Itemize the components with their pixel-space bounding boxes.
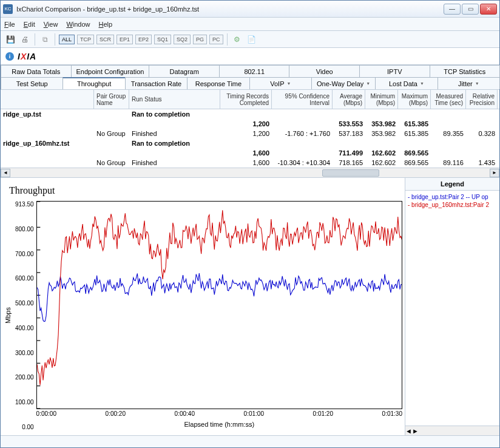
tab-test-setup[interactable]: Test Setup bbox=[1, 77, 63, 89]
filter-scr[interactable]: SCR bbox=[96, 35, 114, 44]
legend-panel: Legend - bridge_up.tst:Pair 2 -- UP op- … bbox=[405, 178, 499, 435]
close-button[interactable]: ✕ bbox=[480, 4, 497, 15]
minimize-button[interactable]: — bbox=[444, 4, 461, 15]
legend-item[interactable]: - bridge_up_160mhz.tst:Pair 2 bbox=[408, 201, 497, 209]
table-row[interactable]: 1,200533.553353.982615.385 bbox=[1, 119, 499, 129]
window-title: IxChariot Comparison - bridge_up.tst + b… bbox=[16, 5, 444, 13]
legend-body: - bridge_up.tst:Pair 2 -- UP op- bridge_… bbox=[405, 191, 499, 426]
menu-view[interactable]: View bbox=[44, 21, 58, 28]
tab-raw-data-totals[interactable]: Raw Data Totals bbox=[1, 65, 72, 77]
legend-scroll-right-icon[interactable]: ► bbox=[412, 427, 419, 435]
col-timing[interactable]: Timing Records Completed bbox=[220, 90, 272, 109]
tab-iptv[interactable]: IPTV bbox=[359, 65, 430, 77]
xtick: 0:01:00 bbox=[244, 410, 264, 417]
xtick: 0:00:00 bbox=[36, 410, 56, 417]
tab-datagram[interactable]: Datagram bbox=[149, 65, 220, 77]
scroll-left-icon[interactable]: ◄ bbox=[1, 169, 10, 177]
legend-item[interactable]: - bridge_up.tst:Pair 2 -- UP op bbox=[408, 193, 497, 201]
filter-tcp[interactable]: TCP bbox=[77, 35, 94, 44]
filter-sq2[interactable]: SQ2 bbox=[174, 35, 191, 44]
table-row[interactable]: 1,600711.499162.602869.565 bbox=[1, 148, 499, 158]
tab-endpoint-configuration[interactable]: Endpoint Configuration bbox=[71, 65, 150, 77]
ytick: 300.00 bbox=[15, 350, 34, 356]
menubar: File Edit View Window Help bbox=[1, 18, 499, 31]
tab-one-way-delay[interactable]: One-Way Delay▼ bbox=[311, 77, 376, 89]
tab-throughput[interactable]: Throughput bbox=[62, 77, 125, 89]
chart-panel: Throughput Mbps 913.50800.00700.00600.00… bbox=[1, 178, 405, 435]
table-row[interactable]: ridge_up.tstRan to completion bbox=[1, 109, 499, 119]
ytick: 200.00 bbox=[15, 374, 34, 381]
col-ci[interactable]: 95% Confidence Interval bbox=[272, 90, 333, 109]
copy-icon[interactable]: ⧉ bbox=[39, 33, 51, 46]
menu-edit[interactable]: Edit bbox=[24, 21, 35, 28]
col-max[interactable]: Maximum (Mbps) bbox=[398, 90, 431, 109]
ytick: 0.00 bbox=[15, 424, 34, 430]
titlebar: KC IxChariot Comparison - bridge_up.tst … bbox=[1, 1, 499, 18]
tab-voip[interactable]: VoIP▼ bbox=[249, 77, 312, 89]
table-row[interactable]: ridge_up_160mhz.tstRan to completion bbox=[1, 138, 499, 148]
ytick: 500.00 bbox=[15, 300, 34, 307]
col-blank[interactable] bbox=[1, 90, 94, 109]
app-window: KC IxChariot Comparison - bridge_up.tst … bbox=[0, 0, 500, 448]
maximize-button[interactable]: ▭ bbox=[462, 4, 479, 15]
print-icon[interactable]: 🖨 bbox=[19, 33, 31, 46]
col-time[interactable]: Measured Time (sec) bbox=[431, 90, 466, 109]
filter-all[interactable]: ALL bbox=[59, 35, 75, 44]
table-row[interactable]: No GroupFinished1,200-1.760 : +1.760537.… bbox=[1, 129, 499, 138]
filter-sq1[interactable]: SQ1 bbox=[154, 35, 171, 44]
doc-icon[interactable]: 📄 bbox=[246, 33, 258, 46]
tab-transaction-rate[interactable]: Transaction Rate bbox=[125, 77, 187, 89]
tab-jitter[interactable]: Jitter▼ bbox=[437, 77, 500, 89]
scroll-thumb[interactable] bbox=[322, 169, 380, 177]
dropdown-icon: ▼ bbox=[286, 81, 291, 86]
grid-body: ridge_up.tstRan to completion1,200533.55… bbox=[1, 109, 499, 168]
logobar: i IXIA bbox=[1, 48, 499, 65]
chart-title: Throughput bbox=[9, 185, 396, 196]
data-grid: Pair Group Name Run Status Timing Record… bbox=[1, 90, 499, 177]
chart-series bbox=[37, 273, 402, 322]
legend-hscroll[interactable]: ◄ ► bbox=[405, 426, 499, 435]
legend-title: Legend bbox=[405, 178, 499, 191]
col-prec[interactable]: Relative Precision bbox=[466, 90, 498, 109]
filter-pc[interactable]: PC bbox=[209, 35, 223, 44]
filter-ep1[interactable]: EP1 bbox=[117, 35, 133, 44]
chart-xaxis: 0:00:000:00:200:00:400:01:000:01:200:01:… bbox=[36, 409, 402, 418]
col-avg[interactable]: Average (Mbps) bbox=[333, 90, 365, 109]
tab-video[interactable]: Video bbox=[289, 65, 360, 77]
lower-panel: Throughput Mbps 913.50800.00700.00600.00… bbox=[1, 177, 499, 435]
tab-tcp-statistics[interactable]: TCP Statistics bbox=[430, 65, 501, 77]
filter-ep2[interactable]: EP2 bbox=[135, 35, 152, 44]
ytick: 600.00 bbox=[15, 275, 34, 282]
ytick: 800.00 bbox=[15, 226, 34, 232]
xtick: 0:00:20 bbox=[106, 410, 126, 417]
toolbar: 💾 🖨 ⧉ ALL TCP SCR EP1 EP2 SQ1 SQ2 PG PC … bbox=[1, 31, 499, 48]
menu-help[interactable]: Help bbox=[99, 21, 113, 28]
info-icon[interactable]: i bbox=[5, 52, 14, 61]
filter-pg[interactable]: PG bbox=[193, 35, 207, 44]
save-icon[interactable]: 💾 bbox=[4, 33, 16, 46]
app-icon: KC bbox=[3, 4, 13, 14]
chart-plot bbox=[36, 201, 402, 409]
col-min[interactable]: Minimum (Mbps) bbox=[365, 90, 398, 109]
xtick: 0:00:40 bbox=[175, 410, 195, 417]
ytick: 100.00 bbox=[15, 399, 34, 406]
tab-response-time[interactable]: Response Time bbox=[187, 77, 249, 89]
xtick: 0:01:20 bbox=[313, 410, 333, 417]
table-row[interactable]: No GroupFinished1,600-10.304 : +10.30471… bbox=[1, 158, 499, 168]
config-icon[interactable]: ⚙ bbox=[231, 33, 243, 46]
col-runstatus[interactable]: Run Status bbox=[129, 90, 220, 109]
tab-lost-data[interactable]: Lost Data▼ bbox=[375, 77, 437, 89]
col-pairgroup[interactable]: Pair Group Name bbox=[94, 90, 129, 109]
menu-file[interactable]: File bbox=[4, 21, 15, 28]
tab-802-11[interactable]: 802.11 bbox=[219, 65, 290, 77]
scroll-right-icon[interactable]: ► bbox=[490, 169, 499, 177]
grid-header: Pair Group Name Run Status Timing Record… bbox=[1, 90, 499, 109]
menu-window[interactable]: Window bbox=[66, 21, 90, 28]
xtick: 0:01:30 bbox=[382, 410, 402, 417]
chart-series bbox=[37, 210, 402, 385]
tabs: Raw Data TotalsEndpoint ConfigurationDat… bbox=[1, 65, 499, 90]
ixia-logo: IXIA bbox=[18, 52, 36, 61]
chart-yaxis: 913.50800.00700.00600.00500.00400.00300.… bbox=[13, 201, 36, 430]
legend-scroll-left-icon[interactable]: ◄ bbox=[405, 427, 412, 435]
grid-hscroll[interactable]: ◄ ► bbox=[1, 168, 499, 177]
